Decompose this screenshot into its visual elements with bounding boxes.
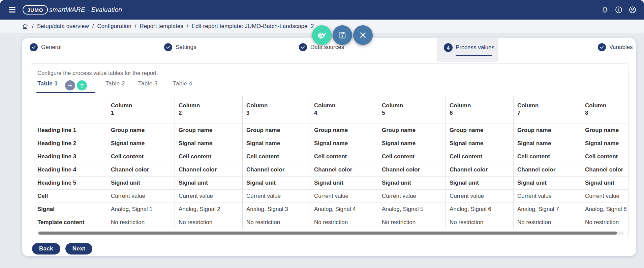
table-cell: Current value: [242, 190, 310, 203]
step-label: Data sources: [310, 44, 344, 51]
table-cell: Current value: [446, 190, 513, 203]
table-cell: Signal name: [378, 137, 446, 150]
home-icon[interactable]: [22, 23, 29, 30]
step-label: Settings: [176, 44, 196, 51]
panel-description: Configure the process value tables for t…: [37, 70, 158, 76]
row-label-cell: Signal: [37, 203, 107, 216]
table-cell: Signal name: [581, 137, 628, 150]
save-icon: [338, 31, 347, 39]
table-header-cell: Column2: [175, 96, 242, 124]
stepper-connector: [336, 47, 433, 47]
table-cell: Current value: [513, 190, 581, 203]
stepper-connector: [190, 47, 295, 47]
plus-icon: [67, 83, 73, 88]
info-icon[interactable]: [615, 6, 623, 14]
table-cell: Cell content: [242, 150, 310, 163]
topbar-icons: [601, 0, 637, 20]
table-cell: No restriction: [107, 216, 175, 229]
table-cell: Group name: [446, 124, 513, 137]
table-cell: Channel color: [175, 163, 242, 177]
wizard-footer: Back Next: [32, 243, 92, 254]
back-button[interactable]: Back: [32, 243, 60, 254]
table-cell: Cell content: [175, 150, 242, 163]
table-cell: Current value: [378, 190, 446, 203]
next-button[interactable]: Next: [65, 243, 92, 254]
table-cell: Group name: [378, 124, 446, 137]
table-cell: Analog, Signal 3: [242, 203, 310, 216]
table-cell: Signal unit: [107, 177, 175, 190]
step-label: General: [41, 44, 61, 51]
design-fab[interactable]: [312, 25, 332, 45]
step-number-badge: 4: [444, 43, 453, 52]
table-cell: Analog, Signal 2: [175, 203, 242, 216]
table-cell: Analog, Signal 5: [378, 203, 446, 216]
row-label-cell: Heading line 2: [37, 137, 107, 150]
table-header-cell: Column3: [242, 96, 310, 124]
stepper-connector: [59, 47, 160, 47]
step-settings[interactable]: Settings: [164, 43, 196, 51]
table-cell: Channel color: [378, 163, 446, 177]
table-cell: Cell content: [107, 150, 175, 163]
table-cell: Signal name: [242, 137, 310, 150]
process-values-table: Column1Column2Column3Column4Column5Colum…: [37, 96, 628, 229]
table-cell: Signal name: [513, 137, 581, 150]
table-viewport: Column1Column2Column3Column4Column5Colum…: [37, 96, 628, 230]
table-cell: Current value: [175, 190, 242, 203]
tab-table-2[interactable]: Table 2: [105, 80, 125, 87]
table-header-cell: Column5: [378, 96, 446, 124]
row-label-cell: Heading line 1: [37, 124, 107, 137]
table-cell: Analog, Signal 6: [446, 203, 513, 216]
table-header-cell: Column6: [446, 96, 513, 124]
table-cell: No restriction: [242, 216, 310, 229]
breadcrumb-item[interactable]: Report templates: [140, 23, 183, 30]
table-cell: No restriction: [310, 216, 378, 229]
step-general[interactable]: General: [30, 43, 61, 51]
table-cell: Signal name: [310, 137, 378, 150]
table-cell: Group name: [310, 124, 378, 137]
table-cell: Analog, Signal 8: [581, 203, 628, 216]
row-label-cell: Heading line 5: [37, 177, 107, 190]
table-cell: Channel color: [446, 163, 513, 177]
add-table-button[interactable]: [65, 80, 75, 90]
table-cell: Cell content: [310, 150, 378, 163]
step-label: Process values: [456, 44, 494, 51]
table-cell: No restriction: [446, 216, 513, 229]
step-variables[interactable]: Variables: [598, 43, 633, 51]
delete-table-button[interactable]: [77, 80, 87, 90]
palette-brush-icon: [317, 30, 327, 40]
table-cell: Channel color: [107, 163, 175, 177]
menu-icon[interactable]: [9, 7, 16, 12]
row-label-cell: Cell: [37, 190, 107, 203]
table-cell: Signal name: [446, 137, 513, 150]
account-icon[interactable]: [628, 6, 637, 14]
table-cell: Signal unit: [242, 177, 310, 190]
table-header-cell: Column1: [107, 96, 175, 124]
table-cell: Analog, Signal 4: [310, 203, 378, 216]
table-cell: Current value: [310, 190, 378, 203]
table-cell: Signal unit: [446, 177, 513, 190]
save-fab[interactable]: [333, 25, 352, 45]
scrollbar-thumb[interactable]: [38, 232, 617, 235]
table-header-cell: Column4: [310, 96, 378, 124]
stepper-connector: [503, 47, 594, 47]
table-cell: Analog, Signal 1: [107, 203, 175, 216]
tab-table-4[interactable]: Table 4: [173, 80, 192, 87]
breadcrumb-item[interactable]: Setup/data overview: [37, 23, 89, 30]
table-cell: Cell content: [378, 150, 446, 163]
check-circle-icon: [30, 43, 38, 51]
row-label-cell: Heading line 4: [37, 163, 107, 177]
table-cell: Group name: [513, 124, 581, 137]
breadcrumb-item[interactable]: Configuration: [97, 23, 131, 30]
fab-group: [312, 25, 373, 45]
close-fab[interactable]: [353, 25, 373, 45]
horizontal-scrollbar[interactable]: [37, 232, 624, 235]
tab-table-1[interactable]: Table 1: [37, 80, 58, 87]
page-background: General Settings Data sources 4 Process …: [0, 33, 644, 268]
table-cell: Cell content: [581, 150, 628, 163]
table-cell: No restriction: [378, 216, 446, 229]
notifications-icon[interactable]: [601, 6, 609, 14]
tab-table-3[interactable]: Table 3: [138, 80, 158, 87]
table-cell: Group name: [107, 124, 175, 137]
step-process-values[interactable]: 4 Process values: [437, 38, 498, 62]
app-window: JUMO smartWARE · Evaluation /Setup/data …: [0, 0, 644, 268]
